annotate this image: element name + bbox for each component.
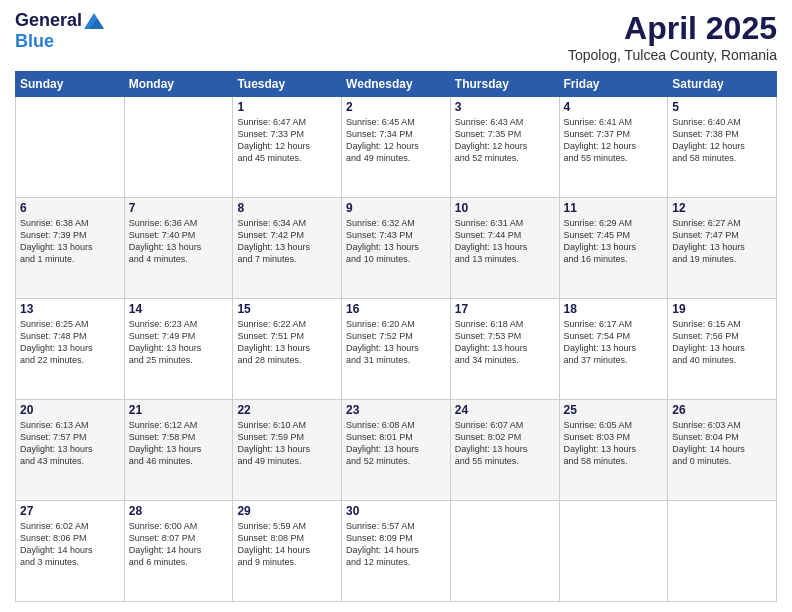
table-row: 2Sunrise: 6:45 AM Sunset: 7:34 PM Daylig…	[342, 97, 451, 198]
table-row: 27Sunrise: 6:02 AM Sunset: 8:06 PM Dayli…	[16, 501, 125, 602]
day-info: Sunrise: 6:02 AM Sunset: 8:06 PM Dayligh…	[20, 520, 120, 569]
day-info: Sunrise: 6:27 AM Sunset: 7:47 PM Dayligh…	[672, 217, 772, 266]
day-number: 21	[129, 403, 229, 417]
table-row	[559, 501, 668, 602]
day-number: 27	[20, 504, 120, 518]
day-number: 17	[455, 302, 555, 316]
day-info: Sunrise: 6:29 AM Sunset: 7:45 PM Dayligh…	[564, 217, 664, 266]
location: Topolog, Tulcea County, Romania	[568, 47, 777, 63]
table-row: 19Sunrise: 6:15 AM Sunset: 7:56 PM Dayli…	[668, 299, 777, 400]
day-number: 18	[564, 302, 664, 316]
day-info: Sunrise: 6:43 AM Sunset: 7:35 PM Dayligh…	[455, 116, 555, 165]
col-sunday: Sunday	[16, 72, 125, 97]
table-row: 20Sunrise: 6:13 AM Sunset: 7:57 PM Dayli…	[16, 400, 125, 501]
table-row: 16Sunrise: 6:20 AM Sunset: 7:52 PM Dayli…	[342, 299, 451, 400]
day-number: 9	[346, 201, 446, 215]
col-friday: Friday	[559, 72, 668, 97]
table-row	[124, 97, 233, 198]
day-info: Sunrise: 5:59 AM Sunset: 8:08 PM Dayligh…	[237, 520, 337, 569]
day-info: Sunrise: 6:00 AM Sunset: 8:07 PM Dayligh…	[129, 520, 229, 569]
table-row: 5Sunrise: 6:40 AM Sunset: 7:38 PM Daylig…	[668, 97, 777, 198]
day-info: Sunrise: 6:07 AM Sunset: 8:02 PM Dayligh…	[455, 419, 555, 468]
logo-blue: Blue	[15, 31, 54, 52]
day-number: 20	[20, 403, 120, 417]
day-number: 7	[129, 201, 229, 215]
day-number: 23	[346, 403, 446, 417]
col-thursday: Thursday	[450, 72, 559, 97]
day-number: 6	[20, 201, 120, 215]
day-info: Sunrise: 6:31 AM Sunset: 7:44 PM Dayligh…	[455, 217, 555, 266]
logo: General Blue	[15, 10, 104, 52]
logo-text: General	[15, 10, 104, 31]
day-number: 12	[672, 201, 772, 215]
day-number: 29	[237, 504, 337, 518]
calendar-week-4: 20Sunrise: 6:13 AM Sunset: 7:57 PM Dayli…	[16, 400, 777, 501]
day-number: 3	[455, 100, 555, 114]
table-row: 26Sunrise: 6:03 AM Sunset: 8:04 PM Dayli…	[668, 400, 777, 501]
day-info: Sunrise: 6:38 AM Sunset: 7:39 PM Dayligh…	[20, 217, 120, 266]
day-number: 19	[672, 302, 772, 316]
day-info: Sunrise: 6:23 AM Sunset: 7:49 PM Dayligh…	[129, 318, 229, 367]
title-area: April 2025 Topolog, Tulcea County, Roman…	[568, 10, 777, 63]
table-row: 7Sunrise: 6:36 AM Sunset: 7:40 PM Daylig…	[124, 198, 233, 299]
day-number: 22	[237, 403, 337, 417]
day-info: Sunrise: 6:18 AM Sunset: 7:53 PM Dayligh…	[455, 318, 555, 367]
month-title: April 2025	[568, 10, 777, 47]
calendar-header-row: Sunday Monday Tuesday Wednesday Thursday…	[16, 72, 777, 97]
table-row: 3Sunrise: 6:43 AM Sunset: 7:35 PM Daylig…	[450, 97, 559, 198]
day-number: 10	[455, 201, 555, 215]
table-row: 17Sunrise: 6:18 AM Sunset: 7:53 PM Dayli…	[450, 299, 559, 400]
table-row: 24Sunrise: 6:07 AM Sunset: 8:02 PM Dayli…	[450, 400, 559, 501]
day-info: Sunrise: 6:36 AM Sunset: 7:40 PM Dayligh…	[129, 217, 229, 266]
table-row: 12Sunrise: 6:27 AM Sunset: 7:47 PM Dayli…	[668, 198, 777, 299]
day-number: 8	[237, 201, 337, 215]
day-number: 26	[672, 403, 772, 417]
day-info: Sunrise: 6:12 AM Sunset: 7:58 PM Dayligh…	[129, 419, 229, 468]
day-info: Sunrise: 6:40 AM Sunset: 7:38 PM Dayligh…	[672, 116, 772, 165]
day-info: Sunrise: 6:17 AM Sunset: 7:54 PM Dayligh…	[564, 318, 664, 367]
day-info: Sunrise: 6:13 AM Sunset: 7:57 PM Dayligh…	[20, 419, 120, 468]
table-row	[450, 501, 559, 602]
day-info: Sunrise: 6:22 AM Sunset: 7:51 PM Dayligh…	[237, 318, 337, 367]
table-row: 10Sunrise: 6:31 AM Sunset: 7:44 PM Dayli…	[450, 198, 559, 299]
day-info: Sunrise: 6:47 AM Sunset: 7:33 PM Dayligh…	[237, 116, 337, 165]
table-row: 30Sunrise: 5:57 AM Sunset: 8:09 PM Dayli…	[342, 501, 451, 602]
col-saturday: Saturday	[668, 72, 777, 97]
table-row: 9Sunrise: 6:32 AM Sunset: 7:43 PM Daylig…	[342, 198, 451, 299]
day-info: Sunrise: 6:25 AM Sunset: 7:48 PM Dayligh…	[20, 318, 120, 367]
table-row: 15Sunrise: 6:22 AM Sunset: 7:51 PM Dayli…	[233, 299, 342, 400]
logo-icon	[84, 11, 104, 31]
col-monday: Monday	[124, 72, 233, 97]
table-row: 6Sunrise: 6:38 AM Sunset: 7:39 PM Daylig…	[16, 198, 125, 299]
calendar-week-1: 1Sunrise: 6:47 AM Sunset: 7:33 PM Daylig…	[16, 97, 777, 198]
table-row: 28Sunrise: 6:00 AM Sunset: 8:07 PM Dayli…	[124, 501, 233, 602]
day-number: 14	[129, 302, 229, 316]
day-info: Sunrise: 6:03 AM Sunset: 8:04 PM Dayligh…	[672, 419, 772, 468]
table-row: 29Sunrise: 5:59 AM Sunset: 8:08 PM Dayli…	[233, 501, 342, 602]
day-number: 5	[672, 100, 772, 114]
day-info: Sunrise: 6:41 AM Sunset: 7:37 PM Dayligh…	[564, 116, 664, 165]
table-row: 21Sunrise: 6:12 AM Sunset: 7:58 PM Dayli…	[124, 400, 233, 501]
day-number: 30	[346, 504, 446, 518]
table-row	[16, 97, 125, 198]
day-number: 24	[455, 403, 555, 417]
page: General Blue April 2025 Topolog, Tulcea …	[0, 0, 792, 612]
table-row: 23Sunrise: 6:08 AM Sunset: 8:01 PM Dayli…	[342, 400, 451, 501]
day-info: Sunrise: 6:32 AM Sunset: 7:43 PM Dayligh…	[346, 217, 446, 266]
day-number: 25	[564, 403, 664, 417]
table-row: 22Sunrise: 6:10 AM Sunset: 7:59 PM Dayli…	[233, 400, 342, 501]
calendar-week-3: 13Sunrise: 6:25 AM Sunset: 7:48 PM Dayli…	[16, 299, 777, 400]
table-row: 25Sunrise: 6:05 AM Sunset: 8:03 PM Dayli…	[559, 400, 668, 501]
table-row	[668, 501, 777, 602]
day-info: Sunrise: 6:08 AM Sunset: 8:01 PM Dayligh…	[346, 419, 446, 468]
day-info: Sunrise: 6:05 AM Sunset: 8:03 PM Dayligh…	[564, 419, 664, 468]
table-row: 1Sunrise: 6:47 AM Sunset: 7:33 PM Daylig…	[233, 97, 342, 198]
day-number: 4	[564, 100, 664, 114]
table-row: 18Sunrise: 6:17 AM Sunset: 7:54 PM Dayli…	[559, 299, 668, 400]
day-number: 16	[346, 302, 446, 316]
table-row: 13Sunrise: 6:25 AM Sunset: 7:48 PM Dayli…	[16, 299, 125, 400]
calendar-week-5: 27Sunrise: 6:02 AM Sunset: 8:06 PM Dayli…	[16, 501, 777, 602]
day-number: 28	[129, 504, 229, 518]
logo-general: General	[15, 10, 82, 31]
header: General Blue April 2025 Topolog, Tulcea …	[15, 10, 777, 63]
